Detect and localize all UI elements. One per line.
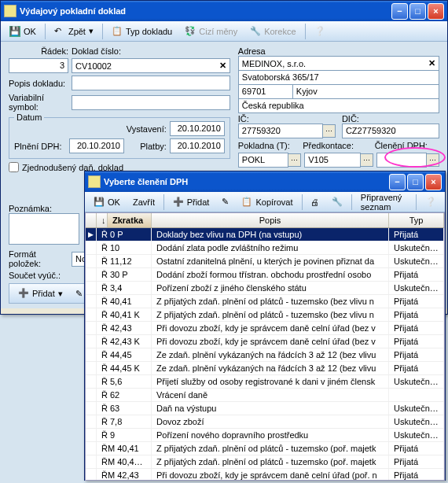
predkontace-field[interactable]: V105 xyxy=(304,153,360,168)
minimize-button[interactable]: − xyxy=(391,3,408,20)
lookup-icon[interactable]: ⋯ xyxy=(323,124,336,138)
preset-list-button[interactable]: Připravený seznam xyxy=(355,190,413,214)
col-zkratka[interactable]: Zkratka xyxy=(108,213,152,227)
popup-titlebar[interactable]: Vyberte členění DPH − □ × xyxy=(85,171,445,192)
cleneni-label: Členění DPH: xyxy=(375,141,439,150)
doklad-cislo-field[interactable]: CV10002✕ xyxy=(72,58,230,73)
close-button[interactable]: × xyxy=(425,174,442,190)
table-row[interactable]: Ř 40,41Z přijatých zdaň. plnění od plátc… xyxy=(86,295,444,308)
soucet-label: Součet vyúč.: xyxy=(9,271,72,280)
edit-button[interactable]: ✎ xyxy=(216,194,234,209)
plneni-label: Plnění DPH: xyxy=(14,142,69,151)
vystaveni-label: Vystavení: xyxy=(123,124,170,134)
table-row[interactable]: Ř 44,45Ze zdaň. plnění vykázaných na řád… xyxy=(86,348,444,362)
table-row[interactable]: ŘM 40,41Z přijatých zdaň. plnění od plát… xyxy=(86,442,444,455)
clear-icon[interactable]: ✕ xyxy=(219,61,226,71)
adresa-mesto[interactable]: Kyjov xyxy=(292,84,439,99)
doklad-cislo-label: Doklad číslo: xyxy=(72,46,150,56)
plneni-field[interactable]: 20.10.2010 xyxy=(69,138,124,153)
datum-group-title: Datum xyxy=(14,112,44,122)
app-icon xyxy=(4,5,17,17)
ic-label: IČ: xyxy=(238,114,336,124)
table-row[interactable]: ▶Ř 0 PDoklady bez vlivu na DPH (na vstup… xyxy=(86,228,444,242)
adresa-zeme[interactable]: Česká republika xyxy=(238,98,439,113)
adresa-line1[interactable]: MEDINOX, s.r.o.✕ xyxy=(238,56,439,71)
data-grid: ↓ Zkratka Popis Typ ▶Ř 0 PDoklady bez vl… xyxy=(85,212,445,481)
table-row[interactable]: Ř 42,43Při dovozu zboží, kdy je správcem… xyxy=(86,322,444,335)
doc-type-button[interactable]: 📋Typ dokladu xyxy=(106,24,178,39)
table-row[interactable]: Ř 63Daň na výstupuUskutečněná xyxy=(86,402,444,415)
correction-button[interactable]: 🔧Korekce xyxy=(244,24,301,39)
table-row[interactable]: ŘM 42,43Při dovozu zboží, kdy je správce… xyxy=(86,469,444,480)
table-row[interactable]: Ř 9Pořízení nového dopravního prostředku… xyxy=(86,429,444,442)
print-button[interactable]: 🖨 xyxy=(305,195,325,209)
back-button[interactable]: ↶Zpět▾ xyxy=(49,24,99,39)
table-row[interactable]: Ř 40,41 KZ přijatých zdaň. plnění od plá… xyxy=(86,308,444,322)
window-title: Výdajový pokladní doklad xyxy=(20,6,390,16)
cleneni-field[interactable] xyxy=(376,153,427,168)
lookup-icon[interactable]: ⋯ xyxy=(361,153,373,167)
lookup-icon[interactable]: ⋯ xyxy=(427,153,439,167)
main-titlebar[interactable]: Výdajový pokladní doklad − □ × xyxy=(1,1,447,21)
adresa-psc[interactable]: 69701 xyxy=(238,84,293,99)
ic-field[interactable]: 27759320 xyxy=(238,124,323,138)
popis-field[interactable] xyxy=(72,76,230,90)
popup-toolbar: 💾OK Zavřít ➕Přidat ✎ 📋Kopírovat 🖨 🔧 Přip… xyxy=(85,192,445,212)
copy-button[interactable]: 📋Kopírovat xyxy=(236,194,298,210)
adresa-label: Adresa xyxy=(238,46,439,56)
lookup-icon[interactable]: ⋯ xyxy=(288,153,301,167)
clear-icon[interactable]: ✕ xyxy=(428,58,435,68)
zjednoduseny-checkbox[interactable] xyxy=(9,162,19,172)
adresa-line2[interactable]: Svatoborská 365/17 xyxy=(238,70,439,85)
maximize-button[interactable]: □ xyxy=(407,174,424,190)
vystaveni-field[interactable]: 20.10.2010 xyxy=(170,121,225,136)
add-button[interactable]: ➕Přidat xyxy=(167,194,215,210)
pokladna-label: Pokladna (T): xyxy=(238,141,303,150)
pokladna-field[interactable]: POKL xyxy=(238,153,288,168)
datum-group: Datum Vystavení: 20.10.2010 Plnění DPH: … xyxy=(9,117,230,159)
help-button[interactable]: ❔ xyxy=(420,194,442,209)
table-row[interactable]: Ř 62Vrácení daně xyxy=(86,389,444,402)
app-icon xyxy=(88,175,101,188)
vs-label: Variabilní symbol: xyxy=(9,93,72,112)
col-popis[interactable]: Popis xyxy=(152,213,389,227)
minimize-button[interactable]: − xyxy=(389,174,406,190)
ok-button[interactable]: 💾OK xyxy=(88,194,126,210)
dic-label: DIČ: xyxy=(342,114,439,124)
vs-field[interactable] xyxy=(72,95,230,110)
table-row[interactable]: Ř 7,8Dovoz zbožíUskutečněná xyxy=(86,415,444,429)
radek-label: Řádek: xyxy=(9,46,72,56)
table-row[interactable]: Ř 3,4Pořízení zboží z jiného členského s… xyxy=(86,282,444,295)
platby-field[interactable]: 20.10.2010 xyxy=(170,138,225,153)
table-row[interactable]: ŘM 40,41 KZ přijatých zdaň. plnění od pl… xyxy=(86,455,444,469)
sort-icon[interactable]: ↓ xyxy=(97,213,108,227)
popup-title: Vyberte členění DPH xyxy=(104,177,387,186)
maximize-button[interactable]: □ xyxy=(409,3,426,20)
radek-field[interactable]: 3 xyxy=(9,58,68,73)
table-row[interactable]: Ř 5,6Přijetí služby od osoby registrovan… xyxy=(86,375,444,389)
main-toolbar: 💾OK ↶Zpět▾ 📋Typ dokladu 💱Cizí měny 🔧Kore… xyxy=(1,21,447,42)
poznamka-field[interactable] xyxy=(9,213,79,245)
table-row[interactable]: Ř 30 PDodání zboží formou třístran. obch… xyxy=(86,268,444,282)
col-typ[interactable]: Typ xyxy=(389,213,444,227)
table-row[interactable]: Ř 42,43 KPři dovozu zboží, kdy je správc… xyxy=(86,335,444,348)
popup-window: Vyberte členění DPH − □ × 💾OK Zavřít ➕Př… xyxy=(84,171,446,481)
close-button[interactable]: × xyxy=(428,3,444,20)
table-row[interactable]: Ř 44,45 KZe zdaň. plnění vykázaných na ř… xyxy=(86,362,444,375)
row-marker-header[interactable] xyxy=(86,213,97,227)
grid-header: ↓ Zkratka Popis Typ xyxy=(86,213,444,228)
ok-button[interactable]: 💾OK xyxy=(4,24,42,39)
table-row[interactable]: Ř 11,12Ostatní zdanitelná plnění, u kter… xyxy=(86,255,444,268)
table-row[interactable]: Ř 10Dodání zlata podle zvláštního režimu… xyxy=(86,242,444,255)
help-button[interactable]: ❔ xyxy=(309,24,331,39)
format-label: Formát položek: xyxy=(9,249,72,268)
popis-label: Popis dokladu: xyxy=(9,79,72,88)
dic-field[interactable]: CZ27759320 xyxy=(342,124,439,138)
close-button[interactable]: Zavřít xyxy=(127,195,160,209)
platby-label: Platby: xyxy=(138,142,170,151)
currency-button[interactable]: 💱Cizí měny xyxy=(179,24,243,39)
grid-body[interactable]: ▶Ř 0 PDoklady bez vlivu na DPH (na vstup… xyxy=(86,228,444,480)
tool-button[interactable]: 🔧 xyxy=(326,194,348,209)
add-button[interactable]: ➕Přidat▾ xyxy=(13,286,68,301)
predkontace-label: Předkontace: xyxy=(303,141,375,150)
